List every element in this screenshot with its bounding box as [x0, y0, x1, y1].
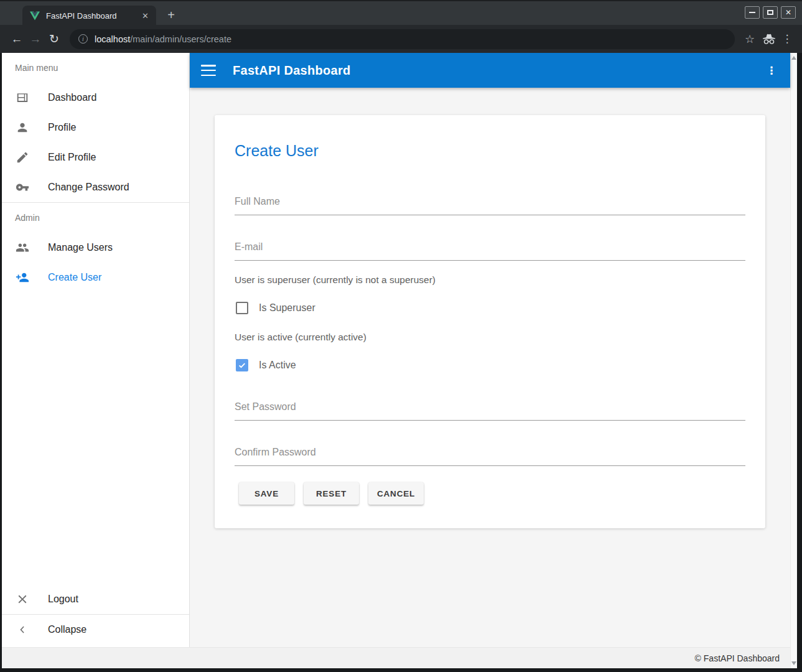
browser-titlebar: FastAPI Dashboard ✕ + ✕ [0, 0, 802, 25]
url-text: localhost/main/admin/users/create [95, 34, 231, 44]
reset-button[interactable]: RESET [304, 482, 359, 505]
main-area: FastAPI Dashboard ⋮ Create User Full Nam… [190, 53, 790, 647]
maximize-button[interactable] [763, 6, 778, 19]
sidebar-item-dashboard[interactable]: Dashboard [2, 83, 189, 113]
url-path: /main/admin/users/create [130, 34, 231, 44]
full-name-label: Full Name [235, 196, 280, 207]
scrollbar-down-arrow-icon[interactable] [791, 661, 796, 665]
reload-icon[interactable]: ↻ [45, 30, 63, 49]
sidebar-item-collapse[interactable]: Collapse [2, 615, 189, 645]
hamburger-menu-icon[interactable] [201, 65, 216, 76]
close-icon: ✕ [785, 9, 791, 16]
incognito-icon [762, 34, 776, 45]
tab-close-icon[interactable]: ✕ [141, 11, 150, 21]
set-password-label: Set Password [235, 401, 296, 412]
tab-title: FastAPI Dashboard [46, 11, 141, 21]
browser-toolbar: ← → ↻ i localhost/main/admin/users/creat… [0, 25, 802, 53]
sidebar-item-create-user[interactable]: Create User [2, 263, 189, 292]
sidebar-item-label: Create User [48, 272, 101, 283]
app-bar-title: FastAPI Dashboard [233, 63, 351, 78]
person-add-icon [15, 270, 30, 285]
full-name-field[interactable]: Full Name [235, 196, 745, 215]
minimize-button[interactable] [745, 6, 760, 19]
pencil-icon [15, 150, 30, 165]
sidebar-item-change-password[interactable]: Change Password [2, 172, 189, 202]
is-superuser-label: Is Superuser [259, 302, 315, 314]
sidebar-header-main-menu: Main menu [2, 53, 189, 83]
sidebar-item-manage-users[interactable]: Manage Users [2, 233, 189, 263]
close-button[interactable]: ✕ [781, 6, 796, 19]
is-active-label: Is Active [259, 360, 296, 371]
is-superuser-checkbox[interactable] [236, 302, 248, 314]
sidebar-item-label: Change Password [48, 182, 129, 193]
email-label: E-mail [235, 241, 263, 252]
sidebar-item-profile[interactable]: Profile [2, 113, 189, 142]
dashboard-icon [15, 90, 30, 105]
url-host: localhost [95, 34, 130, 44]
active-checkbox-row: Is Active [236, 359, 745, 371]
page-title: Create User [235, 142, 745, 160]
sidebar-item-label: Profile [48, 122, 76, 133]
page-footer: © FastAPI Dashboard [2, 647, 797, 668]
vue-favicon-icon [30, 11, 40, 21]
vertical-scrollbar[interactable] [790, 53, 797, 668]
save-button[interactable]: SAVE [239, 482, 294, 505]
back-icon[interactable]: ← [7, 30, 26, 49]
window-controls: ✕ [745, 6, 796, 19]
address-bar[interactable]: i localhost/main/admin/users/create [70, 29, 735, 49]
browser-tab[interactable]: FastAPI Dashboard ✕ [22, 6, 156, 26]
logout-x-icon [15, 592, 30, 607]
browser-window: FastAPI Dashboard ✕ + ✕ ← → ↻ i localhos… [0, 0, 802, 672]
sidebar-spacer [2, 292, 189, 584]
footer-copyright: © FastAPI Dashboard [695, 653, 780, 663]
is-active-checkbox[interactable] [236, 359, 248, 371]
page-body: Main menu Dashboard Profi [2, 53, 797, 647]
toolbar-right: ☆ ⋮ [741, 32, 795, 46]
sidebar-item-label: Collapse [48, 624, 86, 635]
email-field[interactable]: E-mail [235, 241, 745, 261]
sidebar-item-label: Dashboard [48, 92, 96, 103]
sidebar-bottom: Logout Collapse [2, 584, 189, 647]
active-hint: User is active (currently active) [235, 332, 745, 343]
page-viewport: Main menu Dashboard Profi [2, 53, 797, 668]
sidebar: Main menu Dashboard Profi [2, 53, 190, 647]
superuser-checkbox-row: Is Superuser [236, 302, 745, 314]
app-bar: FastAPI Dashboard ⋮ [190, 53, 790, 88]
person-icon [15, 120, 30, 135]
confirm-password-label: Confirm Password [235, 447, 316, 457]
sidebar-item-label: Edit Profile [48, 152, 96, 163]
people-icon [15, 240, 30, 255]
form-buttons: SAVE RESET CANCEL [239, 482, 745, 505]
sidebar-item-label: Logout [48, 594, 78, 605]
create-user-card: Create User Full Name E-mail User is sup… [215, 115, 765, 528]
sidebar-item-logout[interactable]: Logout [2, 584, 189, 614]
key-icon [15, 180, 30, 195]
sidebar-item-edit-profile[interactable]: Edit Profile [2, 142, 189, 172]
sidebar-item-label: Manage Users [48, 242, 113, 253]
superuser-hint: User is superuser (currently is not a su… [235, 274, 745, 286]
new-tab-button[interactable]: + [163, 7, 179, 24]
page-info-icon[interactable]: i [78, 34, 88, 44]
browser-menu-kebab-icon[interactable]: ⋮ [780, 32, 795, 45]
bookmark-star-icon[interactable]: ☆ [741, 32, 758, 46]
minimize-icon [749, 12, 755, 13]
forward-icon[interactable]: → [26, 30, 45, 49]
content-area: Create User Full Name E-mail User is sup… [190, 88, 790, 647]
chevron-left-icon [15, 622, 30, 637]
app-bar-kebab-icon[interactable]: ⋮ [764, 64, 779, 77]
cancel-button[interactable]: CANCEL [368, 482, 424, 505]
maximize-icon [767, 10, 773, 15]
sidebar-header-admin: Admin [2, 203, 189, 233]
scrollbar-up-arrow-icon[interactable] [791, 56, 796, 60]
set-password-field[interactable]: Set Password [235, 401, 745, 421]
confirm-password-field[interactable]: Confirm Password [235, 447, 745, 466]
